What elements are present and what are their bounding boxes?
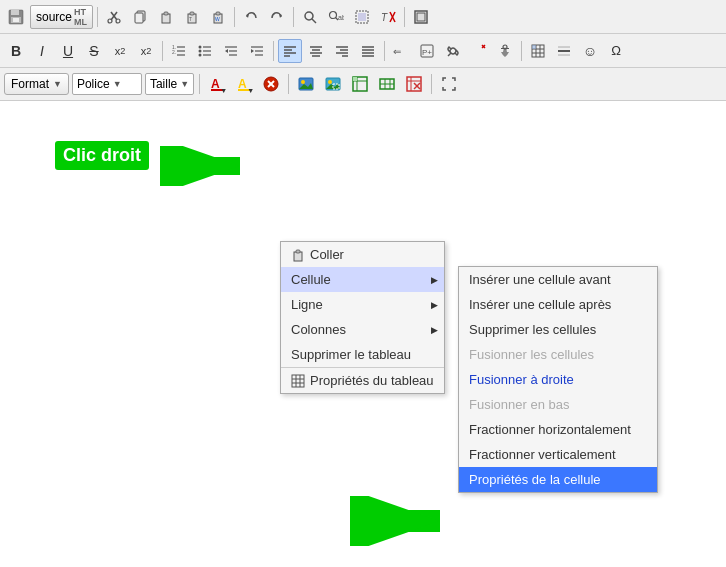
separator3	[293, 7, 294, 27]
maximize-button[interactable]	[409, 5, 433, 29]
submenu-item-supprimer-cellules-label: Supprimer les cellules	[469, 322, 596, 337]
format-dropdown[interactable]: Format ▼	[4, 73, 69, 95]
save-button[interactable]	[4, 5, 28, 29]
separator8	[521, 41, 522, 61]
editor-area[interactable]: Clic droit Coller Cellule Ligne	[0, 101, 726, 567]
strikethrough-button[interactable]: S	[82, 39, 106, 63]
insert-special-button[interactable]: P+	[415, 39, 439, 63]
subscript-button[interactable]: x2	[108, 39, 132, 63]
svg-marker-46	[225, 49, 228, 53]
svg-rect-1	[11, 10, 19, 15]
align-left-button[interactable]	[278, 39, 302, 63]
bg-color-button[interactable]: A ▼	[232, 72, 256, 96]
menu-item-ligne-label: Ligne	[291, 297, 323, 312]
svg-rect-13	[190, 12, 194, 15]
separator2	[234, 7, 235, 27]
increase-indent-button[interactable]	[245, 39, 269, 63]
bold-button[interactable]: B	[4, 39, 28, 63]
table-row-btn[interactable]	[375, 72, 399, 96]
size-label: Taille	[150, 77, 177, 91]
horizontal-rule-button[interactable]	[552, 39, 576, 63]
submenu-item-fractionner-h-label: Fractionner horizontalement	[469, 422, 631, 437]
svg-point-37	[199, 45, 202, 48]
svg-rect-11	[164, 12, 168, 15]
smiley-button[interactable]: ☺	[578, 39, 602, 63]
font-color-button[interactable]: A ▼	[205, 72, 229, 96]
table-btn[interactable]	[348, 72, 372, 96]
italic-button[interactable]: I	[30, 39, 54, 63]
svg-point-6	[108, 19, 112, 23]
svg-rect-114	[292, 375, 304, 387]
menu-item-supprimer-tableau[interactable]: Supprimer le tableau	[281, 342, 444, 367]
paste-word-button[interactable]: W	[206, 5, 230, 29]
submenu-item-inserer-avant[interactable]: Insérer une cellule avant	[459, 267, 657, 292]
ordered-list-button[interactable]: 1. 2.	[167, 39, 191, 63]
delete-table-btn[interactable]	[402, 72, 426, 96]
special-char-button[interactable]: Ω	[604, 39, 628, 63]
bidi-ltr-button[interactable]: ⇐	[389, 39, 413, 63]
unlink-button[interactable]	[467, 39, 491, 63]
paste-text-button[interactable]: T	[180, 5, 204, 29]
superscript-button[interactable]: x2	[134, 39, 158, 63]
svg-text:2.: 2.	[172, 49, 176, 55]
submenu-item-proprietes-cellule[interactable]: Propriétés de la cellule	[459, 467, 657, 492]
svg-text:W: W	[215, 16, 220, 22]
separator7	[384, 41, 385, 61]
insert-table-button[interactable]	[526, 39, 550, 63]
separator1	[97, 7, 98, 27]
submenu-item-fusionner-droite[interactable]: Fusionner à droite	[459, 367, 657, 392]
svg-text:A: A	[211, 77, 220, 91]
insert-image-button[interactable]	[294, 72, 318, 96]
size-dropdown-arrow: ▼	[180, 79, 189, 89]
separator5	[162, 41, 163, 61]
unordered-list-button[interactable]	[193, 39, 217, 63]
menu-item-colonnes[interactable]: Colonnes	[281, 317, 444, 342]
justify-button[interactable]	[356, 39, 380, 63]
format-dropdown-arrow: ▼	[53, 79, 62, 89]
svg-rect-16	[216, 12, 220, 15]
find-button[interactable]	[298, 5, 322, 29]
context-menu: Coller Cellule Ligne Colonnes Supprimer …	[280, 241, 445, 394]
svg-point-7	[116, 19, 120, 23]
svg-text:T: T	[189, 16, 192, 22]
font-color-arrow: ▼	[220, 87, 227, 94]
svg-line-21	[312, 19, 316, 23]
submenu-item-inserer-apres[interactable]: Insérer une cellule après	[459, 292, 657, 317]
submenu-item-fractionner-h[interactable]: Fractionner horizontalement	[459, 417, 657, 442]
paste-button[interactable]	[154, 5, 178, 29]
replace-button[interactable]: ab	[324, 5, 348, 29]
underline-button[interactable]: U	[56, 39, 80, 63]
svg-rect-3	[13, 18, 19, 22]
undo-button[interactable]	[239, 5, 263, 29]
menu-item-ligne[interactable]: Ligne	[281, 292, 444, 317]
select-all-button[interactable]	[350, 5, 374, 29]
svg-marker-50	[251, 49, 254, 53]
svg-rect-9	[135, 13, 143, 23]
submenu-item-fusionner-cellules: Fusionner les cellules	[459, 342, 657, 367]
menu-item-coller[interactable]: Coller	[281, 242, 444, 267]
align-center-button[interactable]	[304, 39, 328, 63]
anchor-button[interactable]	[493, 39, 517, 63]
menu-item-cellule[interactable]: Cellule	[281, 267, 444, 292]
copy-button[interactable]	[128, 5, 152, 29]
menu-item-supprimer-tableau-label: Supprimer le tableau	[291, 347, 411, 362]
submenu-item-fractionner-v[interactable]: Fractionner verticalement	[459, 442, 657, 467]
size-dropdown[interactable]: Taille ▼	[145, 73, 194, 95]
align-right-button[interactable]	[330, 39, 354, 63]
remove-format-btn2[interactable]	[259, 72, 283, 96]
fullscreen-button[interactable]	[437, 72, 461, 96]
link-button[interactable]	[441, 39, 465, 63]
image-map-button[interactable]	[321, 72, 345, 96]
font-dropdown[interactable]: Police ▼	[72, 73, 142, 95]
submenu-item-proprietes-cellule-label: Propriétés de la cellule	[469, 472, 601, 487]
svg-text:T: T	[381, 12, 388, 23]
menu-item-proprietes-tableau[interactable]: Propriétés du tableau	[281, 367, 444, 393]
format-label: Format	[11, 77, 49, 91]
submenu-item-supprimer-cellules[interactable]: Supprimer les cellules	[459, 317, 657, 342]
cut-button[interactable]	[102, 5, 126, 29]
redo-button[interactable]	[265, 5, 289, 29]
source-button[interactable]: source HTML	[30, 5, 93, 29]
submenu-item-fusionner-bas-label: Fusionner en bas	[469, 397, 569, 412]
remove-format-button[interactable]: T	[376, 5, 400, 29]
decrease-indent-button[interactable]	[219, 39, 243, 63]
